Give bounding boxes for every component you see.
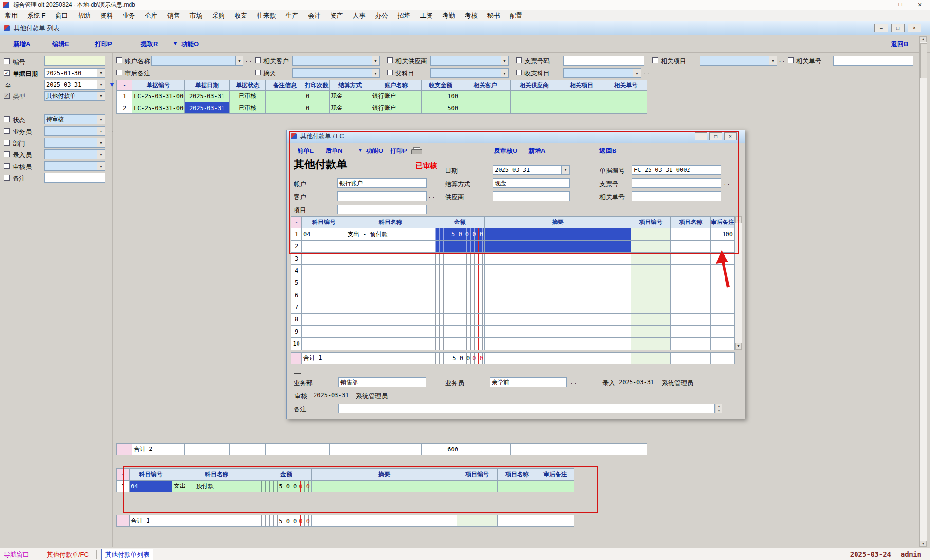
table-cell[interactable]: [671, 253, 711, 265]
docno-input[interactable]: [833, 56, 913, 66]
table-cell[interactable]: [346, 265, 435, 277]
table-cell[interactable]: [671, 265, 711, 277]
summary-checkbox[interactable]: [255, 70, 261, 75]
remark-input[interactable]: [338, 404, 715, 413]
row-number-cell[interactable]: 9: [291, 326, 302, 338]
selected-cell[interactable]: [485, 241, 631, 253]
scrollbar-thumb[interactable]: [920, 43, 927, 78]
more-dots[interactable]: . .: [571, 379, 577, 385]
scroll-down-icon[interactable]: ▼: [735, 343, 742, 349]
menu-item[interactable]: 业务: [118, 11, 140, 20]
table-cell[interactable]: [631, 265, 671, 277]
table-cell[interactable]: [485, 338, 631, 350]
back-button[interactable]: 返回B: [891, 40, 908, 49]
row-number-cell[interactable]: 3: [291, 253, 302, 265]
table-cell[interactable]: [537, 481, 574, 492]
amount-cell[interactable]: [435, 253, 485, 265]
type-dropdown[interactable]: 其他付款单▼: [44, 91, 105, 101]
table-cell[interactable]: [558, 91, 605, 102]
table-cell[interactable]: [302, 265, 346, 277]
column-header[interactable]: 相关单号: [605, 80, 647, 91]
column-header[interactable]: 收支金额: [422, 80, 460, 91]
summary-dropdown[interactable]: ▼: [292, 68, 380, 78]
amount-cell[interactable]: [435, 326, 485, 338]
supplier-input[interactable]: [493, 191, 570, 201]
function-button[interactable]: 功能O: [366, 147, 383, 155]
table-cell[interactable]: [511, 91, 558, 102]
column-header[interactable]: 单据编号: [132, 80, 185, 91]
menu-item[interactable]: 帮助: [73, 11, 95, 20]
amount-cell[interactable]: 500: [422, 102, 460, 114]
column-header[interactable]: 审后备注: [537, 469, 574, 481]
scroll-down-icon[interactable]: ▼: [920, 541, 927, 547]
table-cell[interactable]: [671, 289, 711, 301]
table-cell[interactable]: [631, 289, 671, 301]
new-button[interactable]: 新增A: [13, 40, 30, 49]
spin-down-icon[interactable]: ▼: [718, 410, 721, 412]
menu-item[interactable]: 办公: [371, 11, 393, 20]
statusbar-list-tab[interactable]: 其他付款单列表: [101, 549, 153, 560]
row-number-cell[interactable]: 1: [291, 228, 302, 241]
date-picker-icon[interactable]: ▼: [97, 80, 105, 89]
project-checkbox[interactable]: [652, 57, 658, 63]
dropdown-arrow-icon[interactable]: ▼: [97, 162, 105, 170]
row-number-cell[interactable]: 2: [117, 102, 132, 114]
column-header[interactable]: 项目名称: [498, 469, 537, 481]
table-cell[interactable]: [631, 301, 671, 314]
entry-checkbox[interactable]: [4, 151, 10, 157]
row-number-cell[interactable]: 8: [291, 314, 302, 326]
app-titlebar[interactable]: 综合管理 oit 20250324 - 本地-db\演示信息.mdb – □ ×: [0, 0, 930, 10]
row-number-cell[interactable]: 5: [291, 277, 302, 289]
parent-subject-dropdown[interactable]: ▼: [430, 68, 509, 78]
table-cell[interactable]: 0: [304, 102, 330, 114]
column-header[interactable]: 相关供应商: [511, 80, 558, 91]
column-header[interactable]: 账户名称: [371, 80, 422, 91]
column-header[interactable]: 科目编号: [130, 469, 172, 481]
account-input[interactable]: 银行账户: [337, 178, 427, 188]
row-number-cell[interactable]: 1: [117, 91, 132, 102]
dropdown-arrow-icon[interactable]: ▼: [501, 69, 508, 77]
table-cell[interactable]: FC-25-03-31-0002: [132, 102, 185, 114]
column-header[interactable]: 单据日期: [185, 80, 230, 91]
table-cell[interactable]: [671, 241, 711, 253]
table-cell[interactable]: [457, 481, 498, 492]
table-cell[interactable]: 2025-03-31: [185, 91, 230, 102]
table-cell[interactable]: [485, 326, 631, 338]
column-header[interactable]: 金额: [261, 469, 312, 481]
row-number-cell[interactable]: 1: [117, 481, 130, 492]
table-cell[interactable]: [346, 277, 435, 289]
table-cell[interactable]: [711, 326, 735, 338]
table-cell[interactable]: [631, 228, 671, 241]
table-cell[interactable]: 04: [302, 228, 346, 241]
back-button[interactable]: 返回B: [599, 147, 616, 155]
column-header[interactable]: -: [291, 217, 302, 228]
dialog-titlebar[interactable]: 其他付款单 / FC: [287, 130, 745, 143]
table-cell[interactable]: [631, 326, 671, 338]
table-cell[interactable]: [485, 253, 631, 265]
table-cell[interactable]: 0: [304, 91, 330, 102]
unaudit-button[interactable]: 反审核U: [494, 147, 517, 155]
scroll-up-icon[interactable]: ▲: [920, 36, 927, 42]
dept-dropdown[interactable]: ▼: [44, 138, 105, 148]
column-header[interactable]: 摘要: [485, 217, 631, 228]
table-cell[interactable]: [605, 91, 647, 102]
selected-cell[interactable]: 04: [130, 481, 172, 492]
amount-cell[interactable]: [435, 277, 485, 289]
extract-button[interactable]: 提取R: [141, 40, 158, 49]
table-cell[interactable]: 支出 - 预付款: [172, 481, 261, 492]
more-dots[interactable]: . .: [779, 57, 785, 63]
status-dropdown[interactable]: 待审核▼: [44, 114, 105, 124]
column-header[interactable]: 打印次数: [304, 80, 330, 91]
table-cell[interactable]: [485, 265, 631, 277]
ie-subject-dropdown[interactable]: ▼: [563, 68, 641, 78]
dropdown-arrow-icon[interactable]: ▼: [235, 56, 243, 65]
cheque-input[interactable]: [632, 178, 721, 188]
remark-spinner[interactable]: ▲ ▼: [716, 404, 722, 413]
table-cell[interactable]: [302, 289, 346, 301]
table-cell[interactable]: [605, 102, 647, 114]
table-cell[interactable]: [671, 277, 711, 289]
table-cell[interactable]: [346, 241, 435, 253]
column-header[interactable]: 备注信息: [266, 80, 304, 91]
list-window-titlebar[interactable]: 其他付款单 列表 – □ ×: [0, 21, 930, 35]
app-maximize-button[interactable]: □: [891, 1, 910, 9]
